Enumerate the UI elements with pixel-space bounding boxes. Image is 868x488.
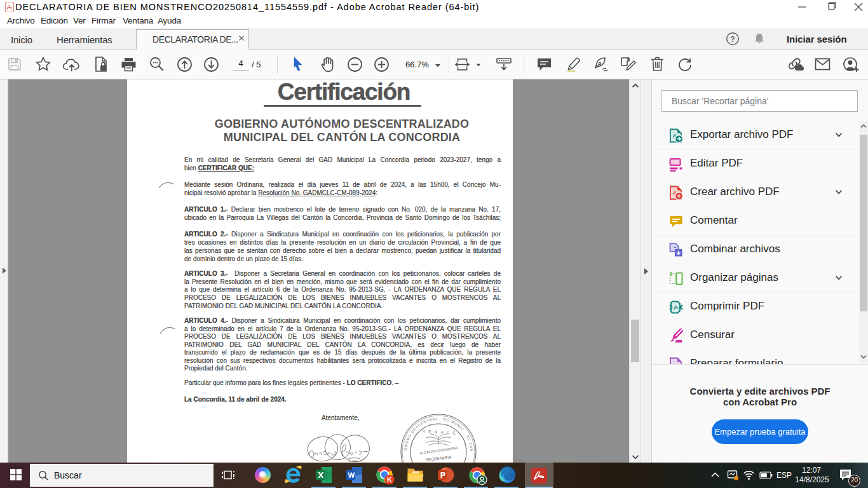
svg-text:SECRETARÍA: SECRETARÍA bbox=[425, 454, 452, 462]
svg-text:ALCALDIA CIUDADANA: ALCALDIA CIUDADANA bbox=[419, 446, 458, 455]
svg-text:R E N A C E: R E N A C E bbox=[422, 430, 457, 435]
svg-text:?: ? bbox=[730, 35, 735, 44]
